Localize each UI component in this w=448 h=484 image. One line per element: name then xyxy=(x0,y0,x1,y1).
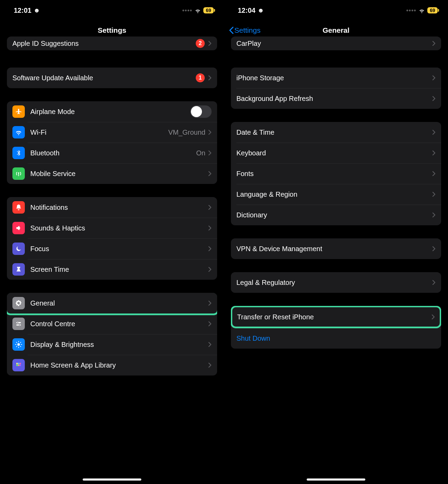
chevron-right-icon xyxy=(432,41,436,46)
legal-group: Legal & Regulatory xyxy=(231,272,441,293)
home-indicator[interactable] xyxy=(307,478,365,481)
chevron-right-icon xyxy=(432,96,436,101)
antenna-icon xyxy=(12,167,25,180)
iphone-storage-row[interactable]: iPhone Storage xyxy=(231,68,441,88)
chevron-right-icon xyxy=(432,150,436,156)
attention-group: Notifications Sounds & Haptics Focus xyxy=(7,197,217,280)
display-brightness-row[interactable]: Display & Brightness xyxy=(7,334,217,355)
home-indicator[interactable] xyxy=(83,478,141,481)
svg-line-11 xyxy=(17,346,17,347)
chevron-right-icon xyxy=(432,171,436,176)
apple-id-suggestions-row[interactable]: Apple ID Suggestions 2 xyxy=(7,37,217,50)
storage-group: iPhone Storage Background App Refresh xyxy=(231,68,441,109)
screen-time-row[interactable]: Screen Time xyxy=(7,259,217,280)
battery-icon: 69 xyxy=(203,7,214,13)
chevron-right-icon xyxy=(208,130,212,135)
settings-root-screen: 12:01 ☻ •••• 69 Settings Apple ID Sugges… xyxy=(0,0,224,484)
background-app-refresh-row[interactable]: Background App Refresh xyxy=(231,88,441,109)
notifications-row[interactable]: Notifications xyxy=(7,197,217,218)
page-title: Settings xyxy=(98,26,126,34)
system-group: General Control Centre Display & Brightn xyxy=(7,293,217,375)
home-screen-row[interactable]: Home Screen & App Library xyxy=(7,355,217,375)
control-centre-row[interactable]: Control Centre xyxy=(7,313,217,334)
transfer-reset-row[interactable]: Transfer or Reset iPhone xyxy=(232,307,440,327)
focus-row[interactable]: Focus xyxy=(7,238,217,259)
status-bar: 12:01 ☻ •••• 69 xyxy=(0,0,224,21)
chevron-right-icon xyxy=(432,246,436,251)
dictionary-row[interactable]: Dictionary xyxy=(231,205,441,225)
battery-icon: 69 xyxy=(427,7,438,13)
speaker-icon xyxy=(12,222,25,234)
svg-line-9 xyxy=(17,342,17,343)
svg-point-4 xyxy=(17,343,20,346)
hourglass-icon xyxy=(12,263,25,276)
svg-rect-16 xyxy=(16,364,18,366)
sliders-icon xyxy=(12,318,25,330)
airplane-toggle[interactable] xyxy=(190,105,212,118)
chevron-right-icon xyxy=(432,280,436,285)
mobile-service-row[interactable]: Mobile Service xyxy=(7,163,217,184)
svg-rect-14 xyxy=(18,363,19,364)
airplane-mode-row[interactable]: Airplane Mode xyxy=(7,101,217,122)
bluetooth-row[interactable]: Bluetooth On xyxy=(7,143,217,163)
svg-line-10 xyxy=(20,346,21,347)
sun-icon xyxy=(12,338,25,351)
chevron-right-icon xyxy=(208,342,212,347)
chevron-right-icon xyxy=(432,212,436,218)
general-settings-screen: 12:04 ☻ •••• 69 Settings General CarPlay xyxy=(224,0,448,484)
airplane-icon xyxy=(12,105,25,118)
bell-icon xyxy=(12,201,25,214)
language-region-row[interactable]: Language & Region xyxy=(231,184,441,205)
vpn-group: VPN & Device Management xyxy=(231,238,441,259)
fonts-row[interactable]: Fonts xyxy=(231,163,441,184)
cell-signal-icon: •••• xyxy=(182,7,192,14)
wifi-value: VM_Ground xyxy=(168,128,205,136)
chevron-right-icon xyxy=(208,321,212,327)
chevron-right-icon xyxy=(208,150,212,156)
bluetooth-icon xyxy=(12,147,25,159)
page-title: General xyxy=(323,26,349,34)
cell-signal-icon: •••• xyxy=(406,7,416,14)
status-time: 12:04 xyxy=(238,7,255,14)
shut-down-row[interactable]: Shut Down xyxy=(231,328,441,349)
apps-grid-icon xyxy=(12,359,25,371)
chevron-right-icon xyxy=(208,75,212,81)
sounds-row[interactable]: Sounds & Haptics xyxy=(7,218,217,238)
chevron-right-icon xyxy=(432,75,436,81)
general-row[interactable]: General xyxy=(7,293,217,313)
chevron-right-icon xyxy=(208,41,212,46)
chevron-right-icon xyxy=(208,246,212,251)
chevron-right-icon xyxy=(208,225,212,231)
date-time-row[interactable]: Date & Time xyxy=(231,122,441,143)
connectivity-group: Airplane Mode Wi-Fi VM_Ground Bluetooth … xyxy=(7,101,217,184)
chevron-right-icon xyxy=(208,300,212,306)
smile-icon: ☻ xyxy=(33,7,40,14)
svg-point-3 xyxy=(19,324,20,326)
legal-row[interactable]: Legal & Regulatory xyxy=(231,272,441,293)
moon-icon xyxy=(12,243,25,255)
svg-line-12 xyxy=(20,342,21,343)
bluetooth-value: On xyxy=(196,149,205,157)
carplay-row[interactable]: CarPlay xyxy=(231,37,441,50)
chevron-right-icon xyxy=(208,171,212,176)
back-button[interactable]: Settings xyxy=(229,26,261,34)
software-update-row[interactable]: Software Update Available 1 xyxy=(7,68,217,88)
wifi-row[interactable]: Wi-Fi VM_Ground xyxy=(7,122,217,143)
wifi-icon xyxy=(418,7,425,14)
svg-rect-17 xyxy=(18,364,19,366)
keyboard-row[interactable]: Keyboard xyxy=(231,143,441,163)
chevron-right-icon xyxy=(432,192,436,197)
chevron-right-icon xyxy=(431,314,435,320)
appleid-group: Apple ID Suggestions 2 xyxy=(7,37,217,50)
carplay-group: CarPlay xyxy=(231,37,441,50)
chevron-right-icon xyxy=(208,267,212,272)
chevron-right-icon xyxy=(432,130,436,135)
smile-icon: ☻ xyxy=(257,7,264,14)
chevron-right-icon xyxy=(208,362,212,368)
wifi-icon xyxy=(194,7,201,14)
status-bar: 12:04 ☻ •••• 69 xyxy=(224,0,448,21)
vpn-row[interactable]: VPN & Device Management xyxy=(231,238,441,259)
chevron-right-icon xyxy=(208,205,212,210)
locale-group: Date & Time Keyboard Fonts Language & Re… xyxy=(231,122,441,225)
svg-rect-15 xyxy=(20,363,21,364)
